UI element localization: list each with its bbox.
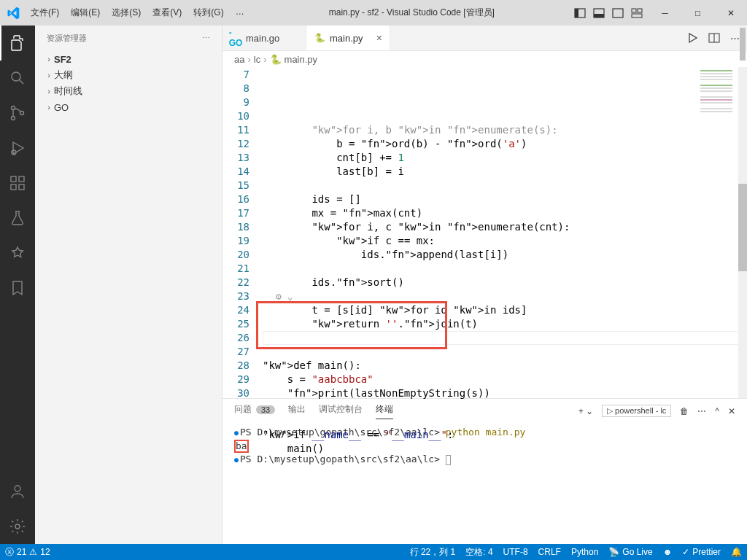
sidebar: 资源管理器 ⋯ ›SF2 ›大纲 ›时间线 ›GO bbox=[35, 26, 222, 544]
svg-point-11 bbox=[20, 112, 24, 115]
menubar: 文件(F) 编辑(E) 选择(S) 查看(V) 转到(G) … bbox=[26, 4, 249, 22]
minimize-button[interactable]: ─ bbox=[649, 0, 681, 26]
svg-point-18 bbox=[15, 524, 20, 529]
editor-group: -GO main.go 🐍 main.py × ⋯ aa› lc› 🐍 main… bbox=[222, 26, 747, 544]
status-eol[interactable]: CRLF bbox=[533, 544, 566, 560]
crumb[interactable]: main.py bbox=[285, 54, 318, 65]
tab-label: main.go bbox=[246, 33, 279, 44]
sidebar-title: 资源管理器 bbox=[47, 33, 87, 44]
svg-point-17 bbox=[15, 486, 20, 491]
split-editor-icon[interactable] bbox=[708, 32, 720, 44]
tab-main-go[interactable]: -GO main.go bbox=[222, 26, 306, 50]
svg-rect-14 bbox=[11, 184, 16, 190]
menu-view[interactable]: 查看(V) bbox=[147, 4, 187, 22]
menu-go[interactable]: 转到(G) bbox=[188, 4, 228, 22]
run-icon[interactable] bbox=[686, 32, 698, 44]
svg-point-9 bbox=[12, 106, 15, 110]
svg-rect-16 bbox=[19, 176, 24, 182]
status-bar: ⓧ 21 ⚠ 12 行 22，列 1 空格: 4 UTF-8 CRLF Pyth… bbox=[0, 544, 747, 560]
activity-bar bbox=[0, 26, 35, 544]
tab-label: main.py bbox=[330, 33, 363, 44]
editor-tabs: -GO main.go 🐍 main.py × ⋯ bbox=[222, 26, 747, 51]
menu-more[interactable]: … bbox=[231, 4, 249, 22]
crumb[interactable]: lc bbox=[254, 54, 260, 65]
crumb[interactable]: aa bbox=[234, 54, 244, 65]
go-file-icon: -GO bbox=[230, 32, 241, 44]
toggle-panel-left-icon[interactable] bbox=[574, 7, 586, 19]
svg-rect-13 bbox=[11, 176, 16, 182]
source-control-icon[interactable] bbox=[0, 96, 35, 131]
svg-rect-4 bbox=[613, 9, 623, 18]
status-golive[interactable]: 📡 Go Live bbox=[603, 544, 657, 560]
layout-icon[interactable] bbox=[631, 7, 643, 19]
scrollbar[interactable] bbox=[738, 67, 747, 398]
search-icon[interactable] bbox=[0, 61, 35, 96]
settings-gear-icon[interactable] bbox=[0, 509, 35, 544]
run-debug-icon[interactable] bbox=[0, 131, 35, 166]
codelens-icon[interactable]: ⚙ ⌄ bbox=[276, 289, 293, 303]
titlebar: 文件(F) 编辑(E) 选择(S) 查看(V) 转到(G) … main.py … bbox=[0, 0, 747, 26]
sidebar-more-icon[interactable]: ⋯ bbox=[202, 34, 210, 43]
status-encoding[interactable]: UTF-8 bbox=[498, 544, 533, 560]
python-file-icon: 🐍 bbox=[270, 54, 282, 65]
toggle-panel-right-icon[interactable] bbox=[612, 7, 624, 19]
more-actions-icon[interactable]: ⋯ bbox=[730, 33, 740, 44]
status-language[interactable]: Python bbox=[566, 544, 603, 560]
output-highlight: ba bbox=[234, 440, 249, 453]
svg-point-10 bbox=[12, 117, 15, 120]
testing-icon[interactable] bbox=[0, 201, 35, 236]
toggle-panel-bottom-icon[interactable] bbox=[593, 7, 605, 19]
svg-point-8 bbox=[12, 72, 20, 81]
tree-outline[interactable]: ›大纲 bbox=[35, 67, 222, 83]
tree-go[interactable]: ›GO bbox=[35, 99, 222, 115]
tree-timeline[interactable]: ›时间线 bbox=[35, 83, 222, 99]
menu-file[interactable]: 文件(F) bbox=[26, 4, 64, 22]
explorer-tree[interactable]: ›SF2 ›大纲 ›时间线 ›GO bbox=[35, 51, 222, 544]
status-bell-icon[interactable]: 🔔 bbox=[726, 544, 747, 560]
python-file-icon: 🐍 bbox=[314, 32, 325, 44]
minimap[interactable] bbox=[694, 67, 738, 398]
bookmark-icon[interactable] bbox=[0, 271, 35, 306]
extensions-icon[interactable] bbox=[0, 166, 35, 201]
menu-selection[interactable]: 选择(S) bbox=[107, 4, 146, 22]
close-tab-icon[interactable]: × bbox=[376, 32, 382, 44]
svg-rect-5 bbox=[632, 9, 636, 12]
status-prettier[interactable]: ✓ Prettier bbox=[677, 544, 726, 560]
svg-rect-7 bbox=[632, 14, 642, 18]
svg-rect-6 bbox=[638, 9, 642, 12]
cloud-icon[interactable] bbox=[0, 236, 35, 271]
explorer-icon[interactable] bbox=[0, 26, 35, 61]
menu-edit[interactable]: 编辑(E) bbox=[66, 4, 105, 22]
svg-rect-3 bbox=[594, 14, 604, 18]
status-errors[interactable]: ⓧ 21 ⚠ 12 bbox=[0, 544, 55, 560]
maximize-button[interactable]: □ bbox=[681, 0, 714, 26]
svg-rect-15 bbox=[19, 184, 24, 190]
layout-controls bbox=[574, 7, 649, 19]
status-indent[interactable]: 空格: 4 bbox=[460, 544, 498, 560]
status-feedback-icon[interactable]: ☻ bbox=[658, 544, 678, 560]
window-title: main.py - sf2 - Visual Studio Code [管理员] bbox=[249, 7, 574, 19]
status-cursor[interactable]: 行 22，列 1 bbox=[405, 544, 461, 560]
tree-folder-sf2[interactable]: ›SF2 bbox=[35, 51, 222, 67]
breadcrumb[interactable]: aa› lc› 🐍 main.py bbox=[222, 51, 747, 67]
tab-main-py[interactable]: 🐍 main.py × bbox=[306, 26, 390, 50]
svg-rect-1 bbox=[575, 9, 578, 18]
close-button[interactable]: ✕ bbox=[714, 0, 747, 26]
account-icon[interactable] bbox=[0, 474, 35, 509]
window-controls: ─ □ ✕ bbox=[649, 0, 747, 26]
code-editor[interactable]: 7891011121314151617181920212223242526272… bbox=[222, 67, 747, 398]
vscode-logo-icon bbox=[0, 7, 26, 20]
